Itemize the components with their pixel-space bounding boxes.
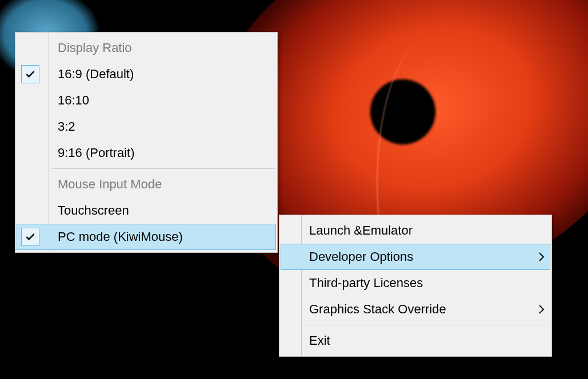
- developer-options-submenu: Display Ratio 16:9 (Default) 16:10 3:2 9…: [15, 32, 278, 253]
- menu-item-label: Launch &Emulator: [298, 223, 550, 238]
- menu-item-ratio-16-9[interactable]: 16:9 (Default): [17, 61, 276, 87]
- menu-item-label: PC mode (KiwiMouse): [44, 229, 276, 244]
- menu-item-label: 16:10: [44, 93, 276, 108]
- menu-header-display-ratio: Display Ratio: [17, 35, 276, 61]
- menu-item-label: 3:2: [44, 119, 276, 134]
- menu-item-ratio-9-16[interactable]: 9:16 (Portrait): [17, 140, 276, 166]
- menu-item-developer-options[interactable]: Developer Options: [281, 244, 550, 270]
- menu-item-launch-emulator[interactable]: Launch &Emulator: [281, 217, 550, 244]
- submenu-arrow-icon: [533, 252, 550, 261]
- menu-item-graphics-stack-override[interactable]: Graphics Stack Override: [281, 296, 550, 322]
- menu-item-label: 9:16 (Portrait): [44, 146, 276, 160]
- menu-separator: [52, 168, 275, 169]
- menu-item-third-party-licenses[interactable]: Third-party Licenses: [281, 270, 550, 296]
- check-icon: [21, 65, 39, 83]
- menu-header-mouse-input: Mouse Input Mode: [17, 171, 276, 197]
- menu-separator: [305, 325, 549, 325]
- menu-item-ratio-3-2[interactable]: 3:2: [17, 114, 276, 140]
- menu-item-label: 16:9 (Default): [44, 67, 276, 82]
- context-menu: Launch &Emulator Developer Options Third…: [279, 215, 552, 357]
- menu-item-label: Third-party Licenses: [298, 276, 550, 291]
- menu-item-touchscreen[interactable]: Touchscreen: [17, 197, 276, 224]
- menu-item-label: Developer Options: [298, 249, 533, 264]
- menu-item-pc-mode[interactable]: PC mode (KiwiMouse): [17, 224, 276, 250]
- check-icon: [21, 228, 39, 246]
- menu-item-label: Touchscreen: [44, 203, 276, 218]
- menu-item-ratio-16-10[interactable]: 16:10: [17, 87, 276, 114]
- menu-item-label: Exit: [298, 333, 550, 348]
- submenu-arrow-icon: [533, 305, 550, 314]
- menu-item-exit[interactable]: Exit: [281, 328, 550, 354]
- menu-item-label: Graphics Stack Override: [298, 302, 533, 317]
